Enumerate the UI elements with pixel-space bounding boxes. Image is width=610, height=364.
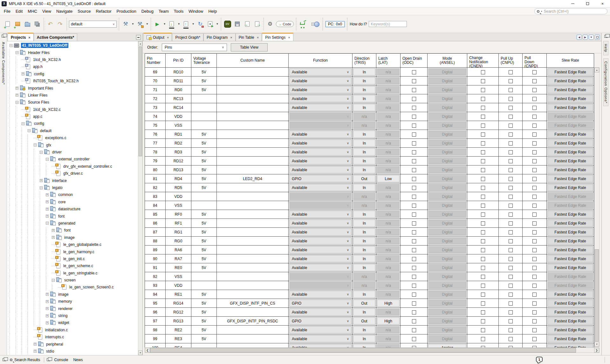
- direction-button[interactable]: In: [353, 139, 375, 147]
- pull-down-checkbox[interactable]: [532, 212, 537, 217]
- change-notification-checkbox[interactable]: [481, 239, 485, 243]
- change-notification-checkbox[interactable]: [481, 204, 485, 208]
- pull-up-checkbox[interactable]: [509, 248, 513, 252]
- tree-node[interactable]: −generated: [7, 220, 138, 227]
- function-select[interactable]: GPIO∨: [289, 175, 352, 182]
- tree-node[interactable]: +core: [7, 199, 138, 206]
- menu-source[interactable]: Source: [75, 8, 93, 15]
- pull-down-checkbox[interactable]: [532, 301, 537, 306]
- slew-rate-button[interactable]: Fastest Edge Rate: [547, 95, 593, 102]
- menu-production[interactable]: Production: [114, 8, 139, 15]
- tree-node[interactable]: C1lcd_lib_XC32.c: [7, 106, 138, 113]
- menu-team[interactable]: Team: [156, 8, 171, 15]
- tree-node[interactable]: −config: [7, 120, 138, 127]
- change-notification-checkbox[interactable]: [481, 310, 485, 314]
- tab-pin-table[interactable]: Pin Table×: [236, 33, 262, 41]
- function-select[interactable]: Available∨: [289, 264, 352, 271]
- slew-rate-button[interactable]: Fastest Edge Rate: [547, 175, 593, 182]
- open-drain-checkbox[interactable]: [412, 293, 416, 297]
- change-notification-checkbox[interactable]: [481, 88, 485, 92]
- pull-up-checkbox[interactable]: [509, 301, 513, 306]
- slew-rate-button[interactable]: Fastest Edge Rate: [547, 86, 593, 93]
- direction-button[interactable]: In: [353, 308, 375, 316]
- change-notification-checkbox[interactable]: [481, 248, 485, 252]
- change-notification-checkbox[interactable]: [481, 79, 485, 83]
- menu-navigate[interactable]: Navigate: [54, 8, 75, 15]
- save-all-button[interactable]: [33, 19, 41, 29]
- data-visualizer-button[interactable]: DV: [223, 19, 232, 29]
- menu-debug[interactable]: Debug: [139, 8, 156, 15]
- tree-node[interactable]: −Source Files: [7, 99, 138, 106]
- redo-button[interactable]: ↷: [56, 19, 64, 29]
- configuration-options-tab[interactable]: Configuration Options*: [603, 58, 608, 106]
- change-notification-checkbox[interactable]: [481, 115, 485, 119]
- new-project-button[interactable]: +: [13, 19, 22, 29]
- pull-down-checkbox[interactable]: [532, 168, 537, 172]
- tree-node[interactable]: happ.h: [7, 63, 138, 70]
- menu-edit[interactable]: Edit: [13, 8, 25, 15]
- expand-icon[interactable]: +: [46, 314, 49, 317]
- pull-down-checkbox[interactable]: [532, 266, 537, 270]
- direction-button[interactable]: In: [353, 77, 375, 84]
- tree-node[interactable]: +widget: [7, 319, 138, 326]
- change-notification-checkbox[interactable]: [481, 132, 485, 137]
- dock-window-icon[interactable]: [604, 35, 608, 38]
- open-drain-checkbox[interactable]: [412, 70, 416, 74]
- tab-list-dropdown-button[interactable]: ▼: [589, 35, 594, 40]
- pull-down-checkbox[interactable]: [532, 319, 537, 323]
- tree-node[interactable]: Cle_gen_screen_Screen0.c: [7, 284, 138, 291]
- function-select[interactable]: Available∨: [289, 157, 352, 165]
- pull-down-checkbox[interactable]: [532, 275, 537, 279]
- collapse-icon[interactable]: −: [52, 279, 55, 282]
- direction-button[interactable]: In: [353, 228, 375, 236]
- pull-down-checkbox[interactable]: [532, 177, 537, 181]
- change-notification-checkbox[interactable]: [481, 284, 485, 288]
- collapse-icon[interactable]: −: [40, 186, 43, 189]
- open-drain-checkbox[interactable]: [412, 88, 416, 92]
- expand-icon[interactable]: +: [52, 229, 55, 232]
- function-select[interactable]: Available∨: [289, 139, 352, 147]
- direction-button[interactable]: In: [353, 68, 375, 76]
- tree-node[interactable]: Cgfx_driver.c: [7, 170, 138, 177]
- open-drain-checkbox[interactable]: [412, 79, 416, 83]
- new-file-button[interactable]: +: [3, 19, 12, 29]
- function-select[interactable]: Available∨: [289, 95, 352, 102]
- change-notification-checkbox[interactable]: [481, 70, 485, 74]
- tree-node[interactable]: −external_controller: [7, 156, 138, 163]
- collapse-icon[interactable]: −: [16, 51, 18, 54]
- change-notification-checkbox[interactable]: [481, 257, 485, 261]
- expand-icon[interactable]: +: [46, 208, 49, 211]
- close-icon[interactable]: ×: [288, 36, 290, 39]
- collapse-icon[interactable]: −: [16, 101, 18, 104]
- open-drain-checkbox[interactable]: [412, 106, 416, 110]
- function-select[interactable]: GPIO∨: [289, 317, 352, 325]
- open-drain-checkbox[interactable]: [412, 124, 416, 128]
- tree-node[interactable]: +config: [7, 71, 138, 78]
- pull-down-checkbox[interactable]: [532, 293, 537, 297]
- change-notification-checkbox[interactable]: [481, 275, 485, 279]
- function-select[interactable]: Available∨: [289, 335, 352, 342]
- change-notification-checkbox[interactable]: [481, 159, 485, 163]
- pull-up-checkbox[interactable]: [509, 230, 513, 234]
- table-horizontal-scrollbar[interactable]: ❮ ❯: [145, 347, 600, 353]
- open-drain-checkbox[interactable]: [412, 275, 416, 279]
- program-in-button[interactable]: →: [243, 19, 251, 29]
- open-drain-checkbox[interactable]: [412, 159, 416, 163]
- slew-rate-button[interactable]: Fastest Edge Rate: [547, 246, 593, 253]
- open-drain-checkbox[interactable]: [412, 301, 416, 306]
- direction-button[interactable]: In: [353, 157, 375, 165]
- open-drain-checkbox[interactable]: [412, 248, 416, 252]
- table-view-button[interactable]: Table View: [231, 43, 268, 51]
- open-drain-checkbox[interactable]: [412, 115, 416, 119]
- tree-node[interactable]: Cinterrupts.c: [7, 334, 138, 340]
- pull-up-checkbox[interactable]: [509, 97, 513, 101]
- status-news[interactable]: News: [72, 358, 84, 362]
- function-select[interactable]: Available∨: [289, 291, 352, 298]
- open-drain-checkbox[interactable]: [412, 97, 416, 101]
- slew-rate-button[interactable]: Fastest Edge Rate: [547, 131, 593, 138]
- direction-button[interactable]: Out: [353, 317, 375, 325]
- expand-icon[interactable]: +: [40, 179, 43, 182]
- pull-down-checkbox[interactable]: [532, 70, 537, 74]
- slew-rate-button[interactable]: Fastest Edge Rate: [547, 157, 593, 165]
- latch-button[interactable]: High: [377, 300, 400, 307]
